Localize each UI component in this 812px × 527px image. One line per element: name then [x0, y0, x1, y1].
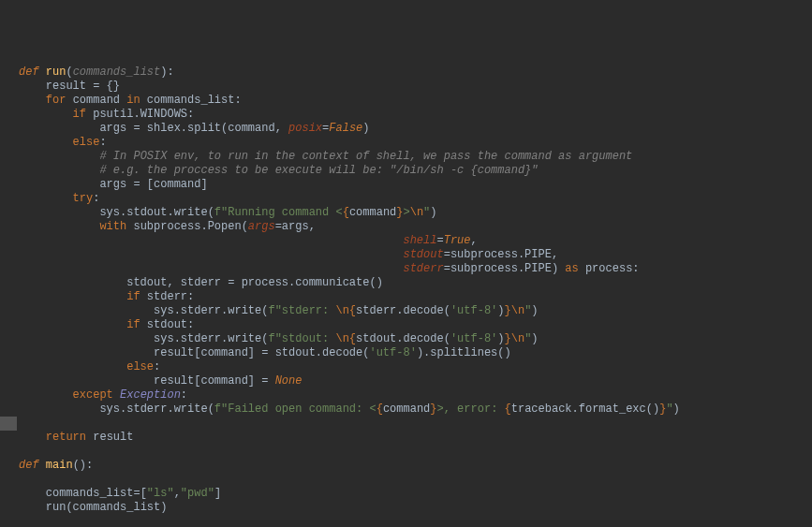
code-line[interactable]: return result: [19, 431, 812, 445]
token-punct: sys.stderr.write(: [154, 332, 268, 345]
token-punct: subprocess.Popen(: [133, 220, 247, 233]
code-line[interactable]: stdout, stderr = process.communicate(): [19, 276, 812, 290]
code-line[interactable]: result[command] = None: [19, 374, 812, 388]
code-line[interactable]: def main():: [19, 459, 812, 473]
code-line[interactable]: [19, 515, 812, 527]
token-kw: def: [19, 66, 39, 79]
indent: [19, 431, 46, 444]
token-punct: commands_list:: [147, 94, 242, 107]
code-line[interactable]: sys.stderr.write(f"stdout: \n{stdout.dec…: [19, 332, 812, 346]
token-str-pre: f: [214, 403, 221, 416]
code-line[interactable]: result[command] = stdout.decode('utf-8')…: [19, 346, 812, 360]
indent: [19, 304, 154, 317]
code-line[interactable]: result = {}: [19, 80, 812, 94]
indent: [19, 374, 154, 388]
code-line[interactable]: with subprocess.Popen(args=args,: [19, 220, 812, 234]
token-kw-n: else: [73, 136, 100, 149]
code-line[interactable]: sys.stderr.write(f"Failed open command: …: [19, 403, 812, 417]
token-punct: sys.stdout.write(: [99, 206, 214, 219]
token-fbrace: {: [505, 403, 511, 416]
indent: [19, 206, 99, 219]
token-punct: ,: [275, 122, 288, 135]
token-punct: stdout:: [147, 318, 194, 331]
token-str: "Failed open command: <: [221, 403, 376, 416]
code-line[interactable]: [19, 417, 812, 431]
token-comment: # In POSIX env, to run in the context of…: [99, 150, 632, 163]
code-line[interactable]: if psutil.WINDOWS:: [19, 108, 812, 122]
token-punct: run(commands_list): [46, 501, 168, 514]
code-editor[interactable]: def run(commands_list): result = {} for …: [19, 66, 812, 527]
code-line[interactable]: [19, 445, 812, 459]
token-fbrace: \n{: [335, 332, 356, 345]
token-kw-n: if: [73, 108, 94, 121]
token-str: "stdout:: [275, 332, 336, 345]
indent: [19, 122, 99, 135]
token-punct: ): [531, 304, 538, 317]
token-fbrace: }: [430, 403, 436, 416]
token-punct: ): [362, 122, 369, 135]
token-punct: (: [66, 66, 72, 79]
code-line[interactable]: if stdout:: [19, 318, 812, 332]
token-kw-n: return: [46, 431, 93, 444]
indent: [19, 487, 46, 500]
gutter-highlight: [0, 417, 17, 431]
indent: [19, 150, 99, 163]
token-exc: Exception: [120, 388, 181, 402]
code-line[interactable]: [19, 473, 812, 487]
token-kw-n: if: [126, 318, 147, 331]
indent: [19, 290, 126, 303]
token-punct: ): [531, 332, 538, 345]
token-punct: =args: [275, 220, 309, 233]
code-line[interactable]: shell=True,: [19, 234, 812, 248]
token-punct: ): [497, 332, 504, 345]
token-punct: stderr.decode(: [356, 304, 450, 317]
code-line[interactable]: stdout=subprocess.PIPE,: [19, 248, 812, 262]
token-punct: =: [436, 234, 443, 247]
indent: [19, 276, 126, 289]
token-punct: [39, 66, 46, 79]
token-kwarg: shell: [403, 234, 436, 247]
token-bool: True: [444, 234, 471, 247]
token-kwarg: stdout: [403, 248, 443, 261]
token-fn: run: [46, 66, 66, 79]
code-line[interactable]: sys.stderr.write(f"stderr: \n{stderr.dec…: [19, 304, 812, 318]
token-punct: stderr = process.communicate(): [181, 276, 383, 289]
token-fn: main: [46, 459, 73, 472]
code-line[interactable]: else:: [19, 360, 812, 374]
code-line[interactable]: stderr=subprocess.PIPE) as process:: [19, 262, 812, 276]
code-line[interactable]: try:: [19, 192, 812, 206]
token-punct: ,: [471, 234, 478, 247]
code-line[interactable]: def run(commands_list):: [19, 66, 812, 80]
code-line[interactable]: args = [command]: [19, 178, 812, 192]
token-punct: ():: [73, 459, 94, 472]
token-punct: =subprocess.PIPE): [444, 262, 566, 275]
indent: [19, 332, 154, 345]
token-param: commands_list: [73, 66, 161, 79]
code-line[interactable]: except Exception:: [19, 388, 812, 403]
indent: [19, 94, 46, 107]
token-punct: result[command] = stdout.decode(: [154, 346, 369, 359]
code-line[interactable]: if stderr:: [19, 290, 812, 304]
token-punct: result = {}: [46, 80, 120, 93]
code-line[interactable]: run(commands_list): [19, 501, 812, 515]
token-punct: traceback.format_exc(): [511, 403, 659, 416]
token-punct: psutil.WINDOWS:: [93, 108, 194, 121]
code-line[interactable]: commands_list=["ls","pwd"]: [19, 487, 812, 501]
token-str-pre: f: [214, 206, 221, 219]
code-line[interactable]: for command in commands_list:: [19, 94, 812, 108]
token-punct: commands_list=[: [46, 487, 147, 500]
token-str: "stderr:: [275, 304, 336, 317]
code-line[interactable]: # In POSIX env, to run in the context of…: [19, 150, 812, 164]
code-line[interactable]: args = shlex.split(command, posix=False): [19, 122, 812, 136]
code-line[interactable]: # e.g. the proccess to be execute will b…: [19, 164, 812, 178]
token-kw-n: as: [565, 262, 585, 275]
code-line[interactable]: else:: [19, 136, 812, 150]
token-punct: stdout.decode(: [356, 332, 450, 345]
token-kw-n: for: [46, 94, 73, 107]
indent: [19, 80, 46, 93]
token-bool: None: [275, 374, 303, 388]
token-punct: ).splitlines(): [417, 346, 511, 359]
code-line[interactable]: sys.stdout.write(f"Running command <{com…: [19, 206, 812, 220]
indent: [19, 234, 403, 247]
indent: [19, 108, 73, 121]
